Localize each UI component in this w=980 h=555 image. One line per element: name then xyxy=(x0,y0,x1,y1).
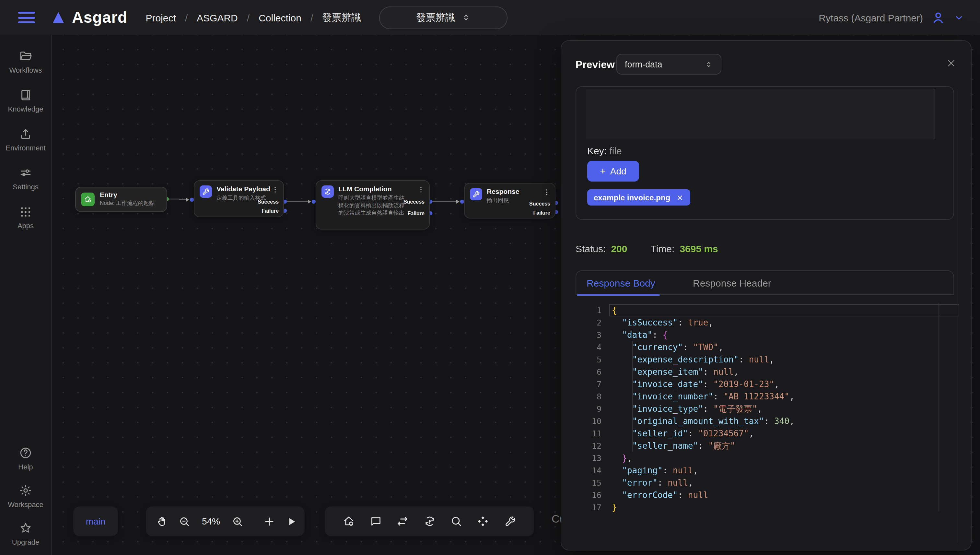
sidebar-item-workflows[interactable]: Workflows xyxy=(5,49,46,74)
select-chevrons-icon xyxy=(461,13,471,22)
kebab-icon xyxy=(543,188,551,196)
sidebar-item-knowledge[interactable]: Knowledge xyxy=(5,88,46,113)
editor-scrollbar[interactable] xyxy=(938,303,939,512)
close-icon[interactable] xyxy=(946,58,957,69)
sidebar-item-help[interactable]: Help xyxy=(18,446,33,471)
port-success[interactable]: Success xyxy=(529,201,550,207)
wrench-icon xyxy=(202,188,210,196)
body-mode-select[interactable]: form-data xyxy=(617,54,721,75)
comment-icon xyxy=(370,515,383,528)
status-value: 200 xyxy=(611,243,627,254)
add-file-button[interactable]: + Add xyxy=(587,161,639,181)
breadcrumb-collection[interactable]: Collection xyxy=(259,12,301,23)
sidebar-item-upgrade[interactable]: Upgrade xyxy=(12,521,39,546)
node-response[interactable]: Response 輸出回應 SuccessFailure xyxy=(464,183,556,218)
node-entry[interactable]: Entry Node: 工作流程的起點 xyxy=(75,187,167,212)
line-number: 15 xyxy=(576,476,602,489)
response-body-editor: 1234567891011121314151617 { "isSuccess":… xyxy=(576,300,954,517)
response-tabs: Response Body Response Header xyxy=(576,270,954,295)
panel-title: Preview xyxy=(576,59,615,71)
select-chevrons-icon xyxy=(705,60,713,68)
llm-icon xyxy=(323,188,332,196)
add-node-icon[interactable] xyxy=(263,515,275,528)
code-line: "invoice_type": "電子發票", xyxy=(612,403,954,415)
left-sidebar: WorkflowsKnowledgeEnvironmentSettingsApp… xyxy=(0,35,52,555)
panel-scrollbar[interactable] xyxy=(957,89,957,543)
sidebar-item-label: Environment xyxy=(5,144,46,152)
port-success[interactable]: Success xyxy=(404,199,424,205)
sidebar-item-environment[interactable]: Environment xyxy=(5,127,46,152)
code-line: "expense_description": null, xyxy=(612,353,954,366)
sidebar-item-label: Help xyxy=(18,463,33,471)
sidebar-item-label: Knowledge xyxy=(8,105,43,113)
workflow-selector[interactable]: 發票辨識 xyxy=(379,6,508,29)
code-line: "invoice_number": "AB 11223344", xyxy=(612,390,954,403)
line-number: 12 xyxy=(576,440,602,452)
sidebar-item-settings[interactable]: Settings xyxy=(5,166,46,191)
zoom-out-icon[interactable] xyxy=(178,515,191,528)
home-plus-tool[interactable] xyxy=(343,515,355,528)
branch-button[interactable]: main xyxy=(73,506,118,536)
code-line: "seller_name": "廠方" xyxy=(612,440,954,452)
preview-scrollbar[interactable] xyxy=(935,89,935,140)
remove-file-icon[interactable] xyxy=(676,194,684,201)
sidebar-item-workspace[interactable]: Workspace xyxy=(8,484,43,508)
node-menu-icon[interactable] xyxy=(543,188,551,196)
breadcrumb: Project / ASGARD / Collection / 發票辨識 xyxy=(146,11,361,24)
run-play-icon[interactable] xyxy=(285,515,298,528)
file-chip[interactable]: example invoice.png xyxy=(587,189,690,205)
node-menu-icon[interactable] xyxy=(417,185,425,194)
nodes-tool[interactable] xyxy=(477,515,490,528)
node-title: LLM Completion xyxy=(338,185,392,192)
folder-icon xyxy=(19,49,32,63)
code-line: "isSuccess": true, xyxy=(612,316,954,329)
account-chevron-down-icon[interactable] xyxy=(953,12,964,23)
account-label: Rytass (Asgard Partner) xyxy=(818,12,923,23)
swap-tool[interactable] xyxy=(396,515,409,528)
indent-guide xyxy=(632,341,633,452)
line-number: 6 xyxy=(576,366,602,378)
retry-icon xyxy=(423,515,436,528)
canvas-tools-toolbar xyxy=(325,506,534,536)
breadcrumb-asgard[interactable]: ASGARD xyxy=(197,12,238,23)
breadcrumb-current[interactable]: 發票辨識 xyxy=(322,11,361,24)
tab-response-header[interactable]: Response Header xyxy=(693,278,771,289)
zoom-in-icon[interactable] xyxy=(231,515,244,528)
node-menu-icon[interactable] xyxy=(271,185,279,194)
help-icon xyxy=(19,446,32,460)
user-icon[interactable] xyxy=(931,10,946,25)
node-icon-badge xyxy=(200,185,212,198)
port-success[interactable]: Success xyxy=(258,199,279,205)
code-line: "invoice_date": "2019-01-23", xyxy=(612,378,954,390)
search-tool[interactable] xyxy=(450,515,463,528)
retry-tool[interactable] xyxy=(423,515,436,528)
node-llm-completion[interactable]: LLM Completion 呼叫大型語言模型並產生結構化的資料輸出以輔助流程的… xyxy=(315,180,430,229)
sidebar-item-apps[interactable]: Apps xyxy=(5,205,46,229)
tab-response-body[interactable]: Response Body xyxy=(586,278,655,289)
line-number-gutter: 1234567891011121314151617 xyxy=(576,304,602,513)
port-failure[interactable]: Failure xyxy=(533,210,550,216)
sidebar-item-label: Workspace xyxy=(8,500,43,508)
app-root: Asgard Project / ASGARD / Collection / 發… xyxy=(0,0,980,555)
line-number: 14 xyxy=(576,464,602,476)
code-line: } xyxy=(612,501,954,513)
swap-icon xyxy=(396,515,409,528)
asgard-logo-icon[interactable] xyxy=(51,10,66,25)
node-description: 呼叫大型語言模型並產生結構化的資料輸出以輔助流程的決策或生成自然語言輸出 xyxy=(338,194,410,217)
code-line: "original_amount_with_tax": 340, xyxy=(612,415,954,427)
port-failure[interactable]: Failure xyxy=(262,208,279,214)
hamburger-menu-icon[interactable] xyxy=(18,12,35,23)
port-failure[interactable]: Failure xyxy=(408,211,424,217)
comment-tool[interactable] xyxy=(370,515,383,528)
form-data-box: Key: file + Add example invoice.png xyxy=(576,86,954,220)
breadcrumb-project[interactable]: Project xyxy=(146,12,176,23)
code-line: }, xyxy=(612,452,954,464)
hand-pan-icon[interactable] xyxy=(156,515,168,528)
search-icon xyxy=(450,515,463,528)
time-value: 3695 ms xyxy=(680,243,718,254)
file-preview-area[interactable] xyxy=(586,89,935,140)
node-validate-payload[interactable]: Validate Payload 定義工具的輸入格式 SuccessFailur… xyxy=(194,180,284,217)
wrench-tool[interactable] xyxy=(503,515,516,528)
wrench-icon xyxy=(503,515,516,528)
line-number: 9 xyxy=(576,403,602,415)
